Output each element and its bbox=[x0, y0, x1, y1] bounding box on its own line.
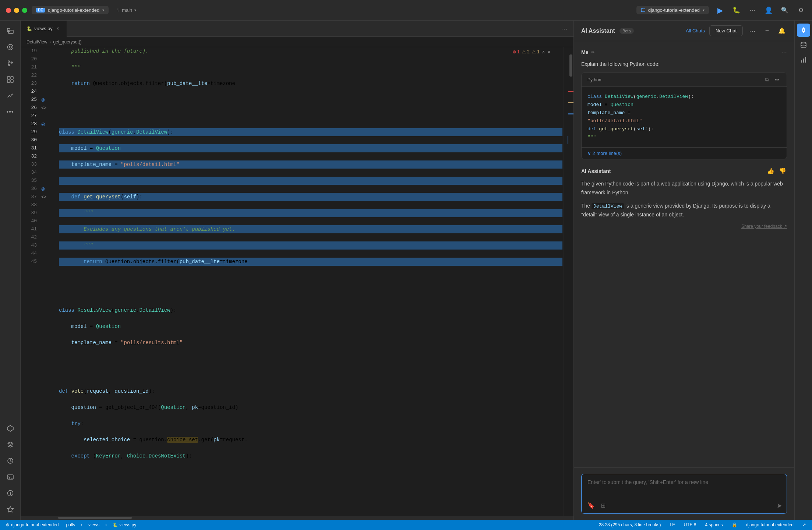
expand-code-button[interactable]: ⇔ bbox=[773, 76, 781, 84]
breadcrumb-detail-view[interactable]: DetailView bbox=[27, 39, 47, 45]
thumbs-up-button[interactable]: 👍 bbox=[766, 167, 775, 175]
horizontal-scrollbar[interactable] bbox=[21, 516, 573, 520]
ai-response-text-1: The given Python code is part of a web a… bbox=[581, 180, 787, 197]
code-pre[interactable]: published in the future). """ return Que… bbox=[53, 47, 568, 492]
status-git[interactable]: ⊗ django-tutorial-extended bbox=[4, 522, 60, 527]
ai-input-box: 🔖 ⊞ ➤ bbox=[581, 474, 787, 514]
right-rail bbox=[794, 21, 812, 520]
send-message-button[interactable]: ➤ bbox=[777, 502, 782, 510]
rail-analytics-icon[interactable] bbox=[797, 53, 810, 66]
breadcrumb-get-queryset[interactable]: get_queryset() bbox=[53, 39, 81, 45]
status-position[interactable]: 28:28 (295 chars, 8 line breaks) bbox=[597, 522, 663, 527]
active-tab[interactable]: 🗔 django-tutorial-extended ▾ bbox=[636, 6, 709, 14]
tab-file-icon: 🐍 bbox=[27, 26, 32, 31]
sidebar-item-terminal[interactable] bbox=[3, 470, 18, 484]
rail-ai-assistant-icon[interactable] bbox=[797, 24, 810, 37]
svg-rect-19 bbox=[805, 57, 806, 63]
search-icon[interactable]: 🔍 bbox=[780, 5, 790, 15]
all-chats-button[interactable]: All Chats bbox=[686, 28, 705, 33]
status-breadcrumb-polls[interactable]: polls bbox=[66, 522, 75, 527]
line-number: 27 bbox=[21, 112, 40, 120]
debug-icon[interactable]: 🐛 bbox=[731, 5, 741, 15]
run-button[interactable]: ▶ bbox=[715, 5, 725, 15]
thumbs-down-button[interactable]: 👎 bbox=[778, 167, 787, 175]
minimize-button[interactable] bbox=[14, 8, 19, 13]
more-menu-icon[interactable]: ⋯ bbox=[747, 5, 758, 15]
status-project-ref[interactable]: django-tutorial-extended bbox=[745, 522, 795, 527]
unfold-icon[interactable]: ∨ bbox=[547, 49, 551, 54]
tab-overflow-icon[interactable]: ⋯ bbox=[555, 25, 573, 33]
line-number: 28 bbox=[21, 120, 40, 128]
fold-icon[interactable]: ∧ bbox=[542, 49, 545, 54]
svg-rect-18 bbox=[803, 59, 804, 63]
info-count: ⚠ 1 bbox=[532, 49, 540, 54]
sidebar-item-layers[interactable] bbox=[3, 437, 18, 452]
sidebar-item-deploy[interactable] bbox=[3, 453, 18, 468]
sidebar-item-extensions[interactable] bbox=[3, 72, 18, 87]
sidebar-item-plugin[interactable] bbox=[3, 502, 18, 517]
status-charset[interactable]: UTF-8 bbox=[682, 522, 698, 527]
sidebar-item-connections[interactable] bbox=[3, 421, 18, 436]
scrollbar-thumb[interactable] bbox=[569, 54, 572, 77]
status-expand-icon[interactable]: ⤢ bbox=[801, 522, 808, 527]
code-line-21: return Question.objects.filter(pub_date_… bbox=[59, 80, 562, 88]
sidebar-item-analytics[interactable] bbox=[3, 88, 18, 103]
tab-label: django-tutorial-extended bbox=[648, 7, 700, 13]
message-edit-icon[interactable]: ✏ bbox=[591, 50, 595, 55]
vertical-scrollbar[interactable] bbox=[568, 47, 573, 516]
settings-icon[interactable]: ⚙ bbox=[796, 5, 806, 15]
message-menu-icon[interactable]: ⋯ bbox=[781, 49, 787, 56]
status-indent[interactable]: 4 spaces bbox=[704, 522, 724, 527]
title-bar-actions: 🗔 django-tutorial-extended ▾ ▶ 🐛 ⋯ 👤 🔍 ⚙ bbox=[636, 5, 806, 15]
line-number: 31 bbox=[21, 144, 40, 152]
ai-gutter-icon: ◎ bbox=[40, 185, 53, 193]
status-right: 28:28 (295 chars, 8 line breaks) LF UTF-… bbox=[597, 522, 808, 527]
code-line-44: except (KeyError, Choice.DoesNotExist): bbox=[59, 452, 562, 460]
maximize-button[interactable] bbox=[22, 8, 27, 13]
feedback-link[interactable]: Share your feedback ↗ bbox=[581, 224, 787, 229]
ai-input-area: 🔖 ⊞ ➤ bbox=[574, 467, 794, 520]
ai-response-actions: 👍 👎 bbox=[766, 167, 787, 175]
copy-code-button[interactable]: ⧉ bbox=[764, 76, 770, 84]
code-content[interactable]: ⊗ 1 ⚠ 2 ⚠ 1 ∧ ∨ published in the future)… bbox=[53, 47, 568, 516]
status-breadcrumb-views[interactable]: views bbox=[88, 522, 99, 527]
ai-response: AI Assistant 👍 👎 The given Python code i… bbox=[581, 167, 787, 229]
sidebar-item-info[interactable] bbox=[3, 486, 18, 501]
sidebar-item-git[interactable] bbox=[3, 40, 18, 54]
rail-database-icon[interactable] bbox=[797, 38, 810, 52]
ai-response-text-2: The DetailView is a generic view provide… bbox=[581, 202, 787, 219]
status-breadcrumb-file[interactable]: 🐍 views.py bbox=[113, 522, 136, 527]
status-lock-icon[interactable]: 🔒 bbox=[730, 522, 739, 527]
new-chat-button[interactable]: New Chat bbox=[709, 25, 743, 36]
svg-point-15 bbox=[803, 29, 804, 31]
ai-input-footer: 🔖 ⊞ ➤ bbox=[582, 498, 787, 513]
code-line-39 bbox=[59, 371, 562, 379]
more-lines-button[interactable]: ∨ 2 more line(s) bbox=[582, 147, 787, 159]
h-scrollbar-thumb[interactable] bbox=[58, 517, 132, 519]
sidebar-item-more[interactable]: ••• bbox=[3, 105, 18, 119]
ai-input-field[interactable] bbox=[582, 474, 787, 496]
branch-selector[interactable]: ⑂ main ▾ bbox=[113, 6, 140, 14]
ai-minimize-icon[interactable]: − bbox=[762, 26, 772, 36]
status-encoding[interactable]: LF bbox=[668, 522, 677, 527]
project-selector[interactable]: DE django-tutorial-extended ▾ bbox=[32, 6, 109, 14]
line-number: 29 bbox=[21, 128, 40, 136]
sidebar-item-branch[interactable] bbox=[3, 56, 18, 71]
close-button[interactable] bbox=[6, 8, 11, 13]
line-number: 19 bbox=[21, 47, 40, 55]
status-git-icon: ⊗ bbox=[6, 522, 10, 527]
line-number: 37 bbox=[21, 193, 40, 201]
ai-more-icon[interactable]: ⋯ bbox=[747, 26, 758, 36]
image-attach-icon[interactable]: ⊞ bbox=[599, 501, 607, 510]
tab-close-icon[interactable]: ✕ bbox=[55, 26, 61, 32]
account-icon[interactable]: 👤 bbox=[763, 5, 774, 15]
code-line-38 bbox=[59, 355, 562, 363]
sidebar-item-explorer[interactable] bbox=[3, 24, 18, 38]
merge-gutter-icon: <> bbox=[40, 193, 53, 201]
ai-notification-icon[interactable]: 🔔 bbox=[777, 26, 787, 36]
code-line-23 bbox=[59, 112, 562, 120]
editor-area: 🐍 views.py ✕ ⋯ DetailView › get_queryset… bbox=[21, 21, 573, 520]
bookmark-icon[interactable]: 🔖 bbox=[586, 501, 596, 510]
tab-views-py[interactable]: 🐍 views.py ✕ bbox=[21, 21, 67, 37]
code-line-30: Excludes any questions that aren't publi… bbox=[59, 225, 562, 233]
